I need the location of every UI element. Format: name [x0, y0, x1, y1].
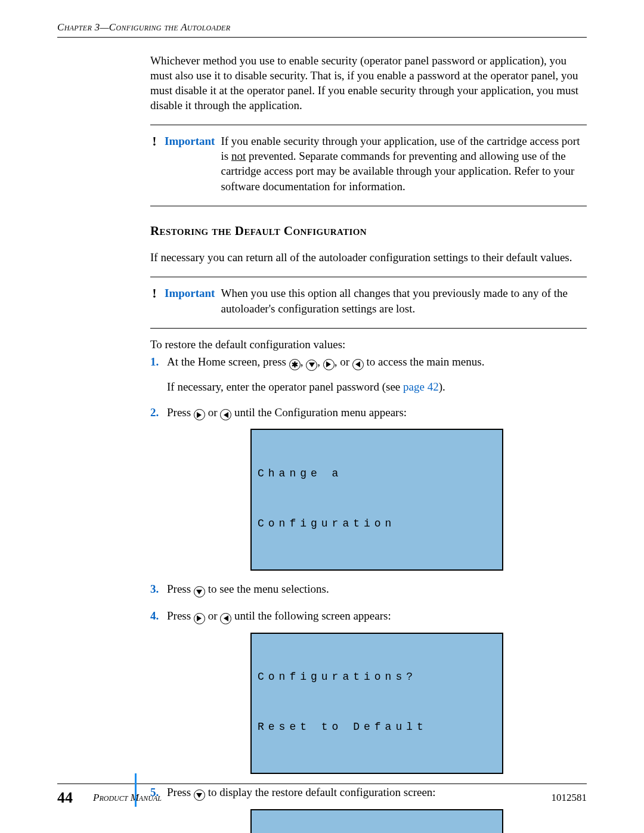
rule: [150, 206, 587, 206]
body-column: Whichever method you use to enable secur…: [150, 53, 587, 833]
right-arrow-icon: [323, 359, 335, 370]
step-4: Press or until the following screen appe…: [150, 608, 587, 774]
text: At the Home screen, press: [167, 355, 289, 368]
important-text: When you use this option all changes tha…: [221, 286, 587, 315]
sep: ,: [317, 355, 323, 368]
lcd-line: Configurations?: [258, 669, 496, 686]
down-arrow-icon: [194, 586, 205, 597]
important-block: ! Important If you enable security throu…: [150, 134, 587, 193]
sep: or: [205, 609, 220, 622]
text: Press: [167, 406, 194, 419]
enter-icon: ✱: [289, 359, 301, 370]
underlined-not: not: [231, 150, 246, 162]
lead-in: To restore the default configuration val…: [150, 337, 587, 352]
text: to access the main menus.: [367, 355, 485, 368]
section-intro: If necessary you can return all of the a…: [150, 250, 587, 265]
important-label: Important: [165, 134, 215, 148]
header-rule: [57, 37, 587, 38]
left-arrow-icon: [220, 409, 231, 420]
left-arrow-icon: [220, 613, 231, 624]
important-text: If you enable security through your appl…: [221, 134, 587, 193]
lcd-screen: Configurations? Reset to Default: [250, 633, 503, 774]
page-number: 44: [57, 789, 87, 807]
lcd-screen: Config. Now? LTO 1X7 2U: [250, 809, 503, 833]
sep: , or: [335, 355, 352, 368]
important-block: ! Important When you use this option all…: [150, 286, 587, 315]
rule: [150, 277, 587, 277]
text: Press: [167, 609, 194, 622]
footer-accent-bar: [135, 773, 137, 807]
intro-paragraph: Whichever method you use to enable secur…: [150, 53, 587, 113]
lcd-line: Configuration: [258, 516, 496, 532]
text: prevented. Separate commands for prevent…: [221, 150, 574, 192]
footer-label: Product Manual: [93, 792, 162, 804]
document-number: 1012581: [552, 792, 587, 804]
text: to see the menu selections.: [208, 583, 329, 595]
sep: or: [205, 406, 220, 419]
lcd-line: Reset to Default: [258, 719, 496, 736]
lcd-screen: Change a Configuration: [250, 429, 503, 570]
exclamation-icon: !: [150, 287, 159, 300]
text: If necessary, enter the operator panel p…: [167, 380, 403, 393]
page-footer: 44 Product Manual 1012581: [57, 784, 587, 807]
rule: [150, 125, 587, 125]
right-arrow-icon: [194, 409, 205, 420]
exclamation-icon: !: [150, 135, 159, 148]
step-2: Press or until the Configuration menu ap…: [150, 405, 587, 571]
page: Chapter 3—Configuring the Autoloader Whi…: [0, 0, 644, 833]
rule: [150, 328, 587, 329]
ordered-steps: At the Home screen, press ✱, , , or to a…: [150, 354, 587, 833]
lcd-line: Change a: [258, 466, 496, 482]
page-link[interactable]: page 42: [403, 380, 439, 393]
down-arrow-icon: [306, 360, 317, 371]
text: until the following screen appears:: [234, 609, 391, 622]
sep: ,: [301, 355, 306, 368]
section-heading: Restoring the Default Configuration: [150, 223, 587, 240]
important-label: Important: [165, 286, 215, 301]
running-header: Chapter 3—Configuring the Autoloader: [57, 21, 587, 37]
text: ).: [439, 380, 445, 393]
text: until the Configuration menu appears:: [234, 406, 407, 419]
step-3: Press to see the menu selections.: [150, 581, 587, 598]
step-1: At the Home screen, press ✱, , , or to a…: [150, 354, 587, 394]
left-arrow-icon: [352, 359, 364, 370]
text: Press: [167, 583, 194, 595]
right-arrow-icon: [194, 613, 205, 624]
